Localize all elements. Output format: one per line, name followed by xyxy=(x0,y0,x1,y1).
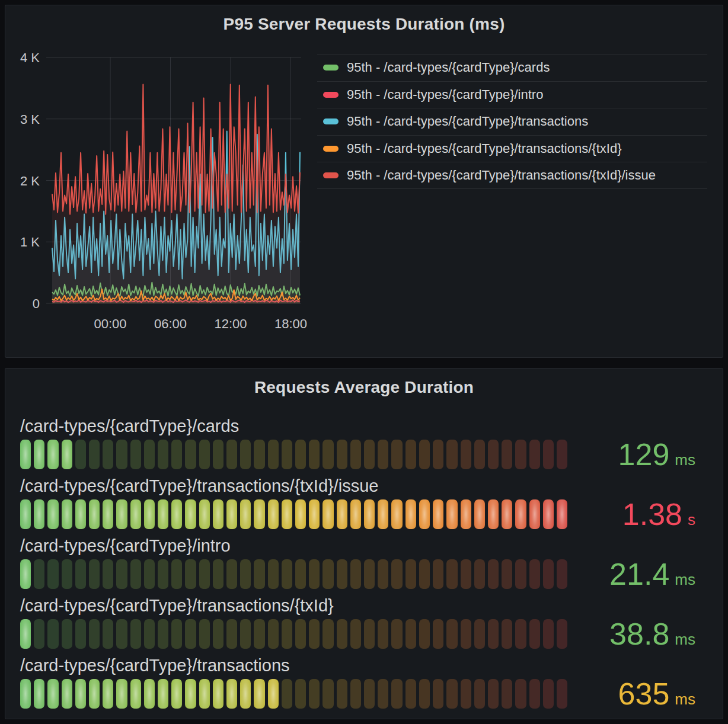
gauge-cell xyxy=(515,679,526,709)
gauge-cell xyxy=(171,679,182,709)
gauge-cell xyxy=(488,559,499,589)
gauge-cell xyxy=(364,499,375,529)
gauge-cell xyxy=(474,499,485,529)
gauge-cell xyxy=(34,559,44,589)
legend-item-transactions-txid-issue[interactable]: 95th - /card-types/{cardType}/transactio… xyxy=(317,162,707,189)
gauge-cell xyxy=(144,499,155,529)
gauge-cell xyxy=(47,619,58,649)
gauge-cell xyxy=(309,679,320,709)
gauge-cell xyxy=(282,499,292,529)
gauge-cell xyxy=(185,440,196,469)
gauge-cell xyxy=(295,619,306,649)
gauge-cell xyxy=(254,499,264,529)
gauge-cell xyxy=(378,679,388,709)
gauge-cell xyxy=(405,440,416,469)
gauge-cell xyxy=(543,559,554,589)
gauge-cell xyxy=(75,679,86,709)
gauge-cell xyxy=(557,619,567,649)
series-color-swatch xyxy=(323,118,339,124)
gauge-cell xyxy=(461,679,471,709)
gauge-cell xyxy=(144,679,155,709)
gauge-cell xyxy=(240,559,251,589)
gauge-cell xyxy=(337,440,347,469)
gauge-value-unit: s xyxy=(688,511,695,529)
panel-title[interactable]: P95 Server Requests Duration (ms) xyxy=(5,5,723,36)
gauge-cell xyxy=(405,499,416,529)
gauge-cell xyxy=(62,559,72,589)
gauge-cell xyxy=(282,619,292,649)
gauge-value-number: 635 xyxy=(618,679,670,709)
gauge-cell xyxy=(309,440,320,469)
gauge-cell xyxy=(474,619,485,649)
gauge-cell xyxy=(34,679,44,709)
legend-item-intro[interactable]: 95th - /card-types/{cardType}/intro xyxy=(317,81,707,108)
timeseries-chart[interactable]: 01 K2 K3 K4 K00:0006:0012:0018:00 xyxy=(5,36,309,335)
gauge-cell xyxy=(350,559,361,589)
svg-text:06:00: 06:00 xyxy=(154,316,187,331)
gauge-cell xyxy=(364,559,375,589)
gauge-cell xyxy=(488,619,499,649)
gauge-cell xyxy=(158,559,168,589)
gauge-cell xyxy=(282,679,292,709)
gauge-cell xyxy=(323,679,333,709)
gauge-cell xyxy=(226,679,237,709)
gauge-cell xyxy=(185,499,196,529)
series-color-swatch xyxy=(323,172,339,178)
gauge-cell xyxy=(529,679,540,709)
gauge-cell xyxy=(254,559,264,589)
gauge-value-number: 1.38 xyxy=(622,499,682,529)
gauge-cell xyxy=(557,440,567,469)
gauge-cell xyxy=(295,559,306,589)
gauge-cell xyxy=(185,559,196,589)
gauge-cell xyxy=(461,440,471,469)
gauge-cell xyxy=(254,619,264,649)
gauge-row-label: /card-types/{cardType}/cards xyxy=(20,416,723,436)
legend-label: 95th - /card-types/{cardType}/cards xyxy=(347,60,550,75)
gauge-cell xyxy=(116,559,127,589)
gauge-cell xyxy=(62,499,72,529)
gauge-row-intro: /card-types/{cardType}/intro 21.4 ms xyxy=(20,536,723,589)
panel-p95-server-requests-duration: P95 Server Requests Duration (ms) 01 K2 … xyxy=(5,5,723,358)
gauge-cell xyxy=(171,499,182,529)
gauge-row-label: /card-types/{cardType}/transactions/{txI… xyxy=(20,476,723,496)
gauge-cell xyxy=(130,559,141,589)
gauge-cell xyxy=(391,619,402,649)
gauge-cell xyxy=(34,619,44,649)
gauge-cell xyxy=(199,619,210,649)
gauge-cell xyxy=(350,440,361,469)
panel-title[interactable]: Requests Average Duration xyxy=(5,369,723,399)
svg-text:4 K: 4 K xyxy=(20,50,40,65)
gauge-cell xyxy=(295,679,306,709)
gauge-cell xyxy=(323,619,333,649)
gauge-cell xyxy=(199,679,210,709)
led-bar-gauge xyxy=(20,619,567,649)
gauge-cell xyxy=(419,559,430,589)
gauge-cell xyxy=(130,679,141,709)
gauge-cell xyxy=(419,679,430,709)
gauge-cell xyxy=(226,619,237,649)
gauge-cell xyxy=(20,619,31,649)
legend-item-transactions-txid[interactable]: 95th - /card-types/{cardType}/transactio… xyxy=(317,135,707,162)
legend-table: 95th - /card-types/{cardType}/cards 95th… xyxy=(317,54,707,335)
gauge-cell xyxy=(309,559,320,589)
series-color-swatch xyxy=(323,92,339,98)
gauge-cell xyxy=(378,559,388,589)
gauge-cell xyxy=(89,440,100,469)
gauge-cell xyxy=(144,619,155,649)
gauge-cell xyxy=(461,499,471,529)
gauge-value-unit: ms xyxy=(675,451,695,469)
series-color-swatch xyxy=(323,146,339,152)
legend-item-cards[interactable]: 95th - /card-types/{cardType}/cards xyxy=(317,54,707,81)
gauge-cell xyxy=(419,499,430,529)
gauge-cell xyxy=(268,619,279,649)
gauge-cell xyxy=(405,619,416,649)
gauge-cell xyxy=(557,559,567,589)
gauge-cell xyxy=(433,499,443,529)
gauge-cell xyxy=(433,559,443,589)
gauge-cell xyxy=(350,619,361,649)
gauge-cell xyxy=(309,499,320,529)
legend-item-transactions[interactable]: 95th - /card-types/{cardType}/transactio… xyxy=(317,108,707,135)
gauge-row-cards: /card-types/{cardType}/cards 129 ms xyxy=(20,416,723,469)
gauge-cell xyxy=(391,499,402,529)
gauge-cell xyxy=(433,619,443,649)
